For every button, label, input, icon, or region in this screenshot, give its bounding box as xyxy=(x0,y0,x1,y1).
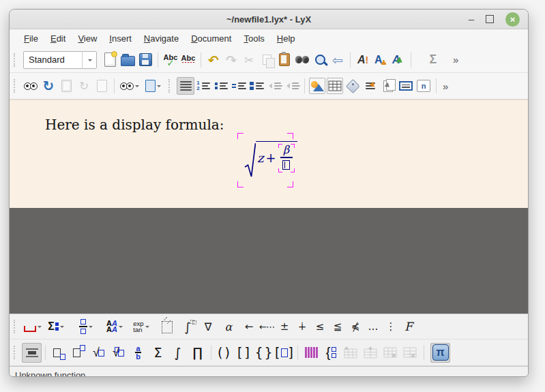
math-decorations-dropdown[interactable] xyxy=(22,318,44,335)
minimize-button[interactable]: – xyxy=(469,16,474,22)
toolbar-grip[interactable] xyxy=(14,79,18,93)
cut-button[interactable]: ✂ xyxy=(240,51,258,69)
subscript-button[interactable] xyxy=(49,343,69,363)
integral-button[interactable]: ∫ xyxy=(168,343,188,363)
math-vertical-dots-panel-button[interactable]: ⋮ xyxy=(382,318,400,335)
close-button[interactable]: × xyxy=(505,12,520,27)
spellcheck-button[interactable]: Abc✓ xyxy=(162,51,179,69)
sum-button[interactable]: Σ xyxy=(148,343,168,363)
noun-style-button[interactable]: A xyxy=(372,51,389,69)
update-button[interactable]: ↻ xyxy=(40,77,57,95)
math-operators-panel-button[interactable]: ± xyxy=(276,318,293,335)
math-frame-decorations-button[interactable] xyxy=(158,318,176,335)
nth-root-button[interactable]: √ xyxy=(108,343,128,363)
redo-button[interactable]: ↷ xyxy=(222,51,240,69)
math-bigoperators-dropdown[interactable]: Σ xyxy=(44,318,68,335)
document-canvas[interactable]: Here is a display formula: z + xyxy=(10,100,528,208)
add-column-button[interactable] xyxy=(361,343,381,363)
fraction[interactable]: β xyxy=(278,144,295,172)
toolbar-grip[interactable] xyxy=(168,79,173,93)
insert-float-button[interactable] xyxy=(379,77,397,95)
delimiters-button[interactable]: [] xyxy=(274,343,294,363)
delete-row-button[interactable] xyxy=(381,343,400,363)
math-integral-limits-button[interactable]: ∫ xyxy=(179,318,196,335)
sqrt-button[interactable]: √ xyxy=(89,343,108,363)
navigate-back-button[interactable]: ⇦ xyxy=(329,51,347,69)
add-row-button[interactable] xyxy=(341,343,361,363)
insert-label-button[interactable] xyxy=(344,77,362,95)
titlebar[interactable]: ~/newfile1.lyx* - LyX – × xyxy=(10,10,528,29)
new-document-button[interactable] xyxy=(101,51,119,69)
math-dots-panel-button[interactable]: … xyxy=(364,318,382,335)
math-fonts-dropdown[interactable]: AA AA xyxy=(101,318,128,335)
brackets-button[interactable]: [] xyxy=(235,343,254,363)
menu-view[interactable]: View xyxy=(73,31,102,46)
maximize-button[interactable] xyxy=(486,15,494,23)
numbered-list-button[interactable]: 12 xyxy=(194,77,212,95)
math-extended-operators-panel-button[interactable]: ∔ xyxy=(293,318,311,335)
apply-style-button[interactable]: A xyxy=(389,51,407,69)
update-other-formats-button[interactable] xyxy=(141,77,164,95)
insert-graphics-button[interactable] xyxy=(308,77,326,95)
menu-insert[interactable]: Insert xyxy=(104,31,136,46)
decrease-depth-button[interactable] xyxy=(283,77,301,95)
toolbar-grip[interactable] xyxy=(14,53,18,67)
emphasis-button[interactable]: A! xyxy=(354,51,372,69)
find-replace-button[interactable] xyxy=(293,51,311,69)
toolbar2-overflow-button[interactable]: » xyxy=(443,80,448,92)
parentheses-button[interactable]: () xyxy=(215,343,235,363)
view-master-button[interactable] xyxy=(57,77,75,95)
menu-edit[interactable]: Edit xyxy=(46,31,70,46)
toolbar-grip[interactable] xyxy=(14,320,18,333)
description-list-button[interactable] xyxy=(230,77,248,95)
view-other-formats-button[interactable] xyxy=(118,77,141,95)
toolbar-grip[interactable] xyxy=(14,346,18,359)
undo-button[interactable]: ↶ xyxy=(205,51,222,69)
display-formula-toggle[interactable] xyxy=(22,343,42,363)
paragraph-style-selector[interactable]: Standard xyxy=(23,51,97,69)
menu-document[interactable]: Document xyxy=(186,31,236,46)
math-fractions-dropdown[interactable] xyxy=(74,318,98,335)
update-document-button[interactable] xyxy=(93,77,111,95)
insert-note-button[interactable]: n xyxy=(415,77,432,95)
empty-box-placeholder[interactable] xyxy=(282,160,290,170)
product-button[interactable]: ∏ xyxy=(188,343,207,363)
math-extended-relations-panel-button[interactable]: ≦ xyxy=(329,318,347,335)
fraction-button[interactable]: ab xyxy=(128,343,148,363)
view-button[interactable] xyxy=(22,77,40,95)
find-button[interactable] xyxy=(311,51,329,69)
labeled-list-button[interactable] xyxy=(248,77,265,95)
save-document-button[interactable] xyxy=(136,51,154,69)
insert-matrix-button[interactable] xyxy=(301,343,321,363)
increase-depth-button[interactable] xyxy=(265,77,283,95)
menu-navigate[interactable]: Navigate xyxy=(139,31,183,46)
braces-button[interactable]: {} xyxy=(254,343,274,363)
bullet-list-button[interactable] xyxy=(212,77,230,95)
paste-button[interactable] xyxy=(276,51,293,69)
math-nabla-panel-button[interactable]: ∇ xyxy=(199,318,217,335)
math-arrows-panel-button[interactable]: ← xyxy=(240,318,258,335)
math-styles-panel-button[interactable]: F xyxy=(400,318,417,335)
open-document-button[interactable] xyxy=(119,51,136,69)
math-functions-dropdown[interactable]: exptan xyxy=(128,318,154,335)
combo-dropdown[interactable] xyxy=(82,52,96,68)
continuous-spellcheck-button[interactable]: Abc xyxy=(179,51,197,69)
math-negative-relations-panel-button[interactable]: ⋠ xyxy=(347,318,364,335)
math-greek-panel-button[interactable]: α xyxy=(220,318,237,335)
copy-button[interactable] xyxy=(258,51,276,69)
menu-help[interactable]: Help xyxy=(272,31,300,46)
math-relations-panel-button[interactable]: ≤ xyxy=(311,318,329,335)
insert-table-button[interactable] xyxy=(326,77,344,95)
align-justified-button[interactable] xyxy=(177,77,194,95)
math-display-inset[interactable]: z + β xyxy=(237,133,293,187)
insert-box-button[interactable] xyxy=(397,77,415,95)
insert-math-button[interactable]: Σ xyxy=(424,51,442,69)
toolbar1-overflow-button[interactable]: » xyxy=(453,54,458,65)
menu-file[interactable]: File xyxy=(19,31,43,46)
math-extended-arrows-panel-button[interactable]: ←⋯ xyxy=(258,318,276,335)
math-panels-toggle[interactable]: π xyxy=(430,343,450,363)
update-master-button[interactable]: ↻ xyxy=(75,77,93,95)
insert-cases-button[interactable]: { xyxy=(321,343,341,363)
menu-tools[interactable]: Tools xyxy=(239,31,269,46)
superscript-button[interactable] xyxy=(69,343,89,363)
